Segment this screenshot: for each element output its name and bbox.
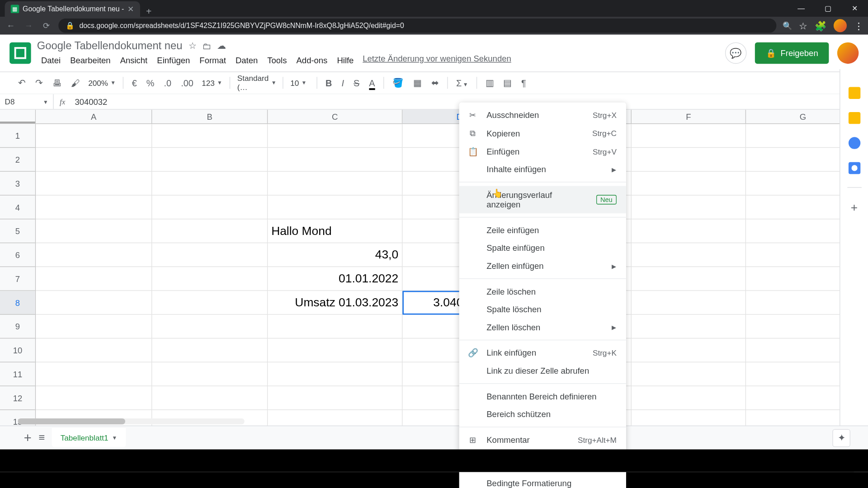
- row-header-2[interactable]: 2: [0, 148, 35, 172]
- cloud-status-icon[interactable]: ☁: [217, 41, 226, 52]
- spreadsheet-grid[interactable]: ABCDEFG 12345678910111213 Hallo Mond43,0…: [0, 110, 868, 442]
- cell-F3[interactable]: [632, 172, 746, 196]
- contacts-icon[interactable]: [848, 162, 860, 174]
- cell-C12[interactable]: [268, 386, 402, 410]
- row-headers[interactable]: 12345678910111213: [0, 124, 36, 434]
- new-tab-button[interactable]: +: [140, 6, 158, 17]
- cell-F12[interactable]: [632, 386, 746, 410]
- keep-icon[interactable]: [848, 112, 860, 124]
- menu-format[interactable]: Format: [195, 53, 230, 66]
- tab-close-icon[interactable]: ✕: [127, 5, 134, 14]
- cell-A3[interactable]: [36, 172, 152, 196]
- cell-F10[interactable]: [632, 338, 746, 362]
- row-header-6[interactable]: 6: [0, 243, 35, 267]
- row-header-12[interactable]: 12: [0, 386, 35, 410]
- cell-B2[interactable]: [152, 148, 268, 172]
- cell-B11[interactable]: [152, 362, 268, 386]
- ctx-kopieren[interactable]: ⧉KopierenStrg+C: [459, 124, 626, 142]
- account-avatar[interactable]: [837, 42, 859, 64]
- horizontal-scrollbar[interactable]: [18, 418, 245, 424]
- doc-title[interactable]: Google Tabellendokument neu: [37, 40, 183, 52]
- col-header-B[interactable]: B: [152, 110, 268, 123]
- cell-B10[interactable]: [152, 338, 268, 362]
- ctx-ausschneiden[interactable]: ✂AusschneidenStrg+X: [459, 106, 626, 124]
- strike-button[interactable]: S: [350, 75, 363, 90]
- all-sheets-button[interactable]: ≡: [39, 432, 45, 444]
- name-box[interactable]: D8▼: [0, 94, 54, 109]
- cell-B1[interactable]: [152, 124, 268, 148]
- cell-A9[interactable]: [36, 314, 152, 338]
- col-header-C[interactable]: C: [268, 110, 402, 123]
- browser-menu-icon[interactable]: ⋮: [854, 20, 863, 31]
- cell-A12[interactable]: [36, 386, 152, 410]
- explore-button[interactable]: ✦: [832, 429, 850, 447]
- ctx--nderungsverlauf-anzeigen[interactable]: Änderungsverlauf anzeigenNeu: [459, 186, 626, 214]
- filter-button[interactable]: ▥: [482, 75, 497, 90]
- cell-A10[interactable]: [36, 338, 152, 362]
- cell-F6[interactable]: [632, 243, 746, 267]
- window-close[interactable]: ✕: [841, 0, 868, 17]
- extensions-icon[interactable]: 🧩: [815, 20, 826, 31]
- nav-back-icon[interactable]: ←: [5, 21, 17, 30]
- cell-C6[interactable]: 43,0: [268, 243, 402, 267]
- cell-B6[interactable]: [152, 243, 268, 267]
- cell-B8[interactable]: [152, 291, 268, 315]
- increase-decimal-button[interactable]: .00: [177, 75, 197, 90]
- cell-A8[interactable]: [36, 291, 152, 315]
- cell-C1[interactable]: [268, 124, 402, 148]
- ctx-zeile-l-schen[interactable]: Zeile löschen: [459, 282, 626, 300]
- cell-F1[interactable]: [632, 124, 746, 148]
- cell-A1[interactable]: [36, 124, 152, 148]
- ctx-zeile-einf-gen[interactable]: Zeile einfügen: [459, 221, 626, 239]
- cell-F7[interactable]: [632, 267, 746, 291]
- nav-forward-icon[interactable]: →: [23, 21, 34, 30]
- ctx-link-einf-gen[interactable]: 🔗Link einfügenStrg+K: [459, 344, 626, 362]
- cell-B4[interactable]: [152, 196, 268, 220]
- cell-C5[interactable]: Hallo Mond: [268, 219, 402, 243]
- cell-B12[interactable]: [152, 386, 268, 410]
- cell-B7[interactable]: [152, 267, 268, 291]
- select-all-corner[interactable]: [0, 110, 36, 124]
- cell-C3[interactable]: [268, 172, 402, 196]
- ctx-zellen-l-schen[interactable]: Zellen löschen▶: [459, 318, 626, 336]
- nav-reload-icon[interactable]: ⟳: [41, 21, 52, 30]
- cell-A7[interactable]: [36, 267, 152, 291]
- borders-button[interactable]: ▦: [410, 75, 425, 90]
- window-maximize[interactable]: ▢: [815, 0, 841, 17]
- tasks-icon[interactable]: [848, 137, 860, 149]
- print-button[interactable]: 🖶: [49, 75, 65, 90]
- row-header-5[interactable]: 5: [0, 219, 35, 243]
- cell-F5[interactable]: [632, 219, 746, 243]
- sheet-tab-menu-icon[interactable]: ▼: [112, 435, 117, 441]
- undo-button[interactable]: ↶: [14, 75, 29, 90]
- menu-datei[interactable]: Datei: [37, 53, 65, 66]
- cell-A2[interactable]: [36, 148, 152, 172]
- menu-bearbeiten[interactable]: Bearbeiten: [66, 53, 115, 66]
- cell-C8[interactable]: Umsatz 01.03.2023: [268, 291, 402, 315]
- row-header-3[interactable]: 3: [0, 172, 35, 196]
- ctx-benannten-bereich-definieren[interactable]: Benannten Bereich definieren: [459, 387, 626, 405]
- column-headers[interactable]: ABCDEFG: [36, 110, 868, 124]
- last-edit-text[interactable]: Letzte Änderung vor wenigen Sekunden: [363, 53, 511, 66]
- font-size-combo[interactable]: 10▼: [288, 78, 312, 87]
- filter-view-button[interactable]: ▤: [500, 75, 515, 90]
- decrease-decimal-button[interactable]: .0: [160, 75, 175, 90]
- browser-tab[interactable]: ▦ Google Tabellendokument neu - ✕: [5, 1, 140, 17]
- ctx-zellen-einf-gen[interactable]: Zellen einfügen▶: [459, 257, 626, 275]
- format-percent-button[interactable]: %: [143, 75, 158, 90]
- ctx-einf-gen[interactable]: 📋EinfügenStrg+V: [459, 142, 626, 160]
- calendar-icon[interactable]: [848, 87, 860, 99]
- bold-button[interactable]: B: [322, 75, 335, 90]
- rtl-button[interactable]: ¶: [518, 75, 529, 90]
- row-header-7[interactable]: 7: [0, 267, 35, 291]
- merge-button[interactable]: ⬌: [428, 75, 443, 90]
- row-header-10[interactable]: 10: [0, 338, 35, 362]
- move-icon[interactable]: 🗀: [202, 41, 211, 51]
- cell-A4[interactable]: [36, 196, 152, 220]
- cell-F8[interactable]: [632, 291, 746, 315]
- menu-einfuegen[interactable]: Einfügen: [153, 53, 194, 66]
- redo-button[interactable]: ↷: [32, 75, 47, 90]
- cell-B3[interactable]: [152, 172, 268, 196]
- ctx-link-zu-dieser-zelle-abrufen[interactable]: Link zu dieser Zelle abrufen: [459, 362, 626, 380]
- functions-button[interactable]: Σ▼: [453, 75, 472, 90]
